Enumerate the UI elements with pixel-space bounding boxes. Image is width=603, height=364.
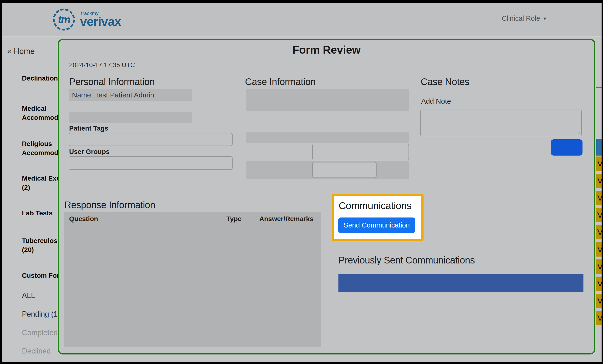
- redacted-block: [246, 89, 409, 111]
- sidebar-item-medical-accommodation[interactable]: Medical Accommodation: [22, 104, 58, 122]
- case-info-select[interactable]: [312, 162, 377, 178]
- sidebar-item-tuberculosis[interactable]: Tuberculosis (20): [22, 236, 58, 254]
- background-blue-row: [596, 139, 602, 156]
- resize-handle-icon[interactable]: [576, 130, 580, 134]
- view-button[interactable]: V: [596, 174, 602, 188]
- sidebar-item-custom-forms[interactable]: Custom Forms: [22, 271, 58, 280]
- background-table-edge: [596, 87, 602, 88]
- view-button[interactable]: V: [596, 242, 602, 257]
- screenshot-frame: tm trackmy. verivax Clinical Role ▾ « Ho…: [0, 0, 603, 364]
- previous-communications-header-bar: [338, 274, 583, 292]
- home-back-link[interactable]: « Home: [7, 47, 35, 56]
- chevron-down-icon: ▾: [544, 15, 546, 22]
- form-review-modal: Form Review 2024-10-17 17:35 UTC Persona…: [58, 39, 595, 354]
- sidebar-item-lab-tests[interactable]: Lab Tests: [22, 209, 58, 218]
- redacted-field: [69, 112, 192, 123]
- response-table: Question Type Answer/Remarks: [64, 212, 321, 347]
- top-navbar: tm trackmy. verivax Clinical Role ▾: [2, 3, 602, 37]
- view-button[interactable]: V: [596, 311, 602, 325]
- app-viewport: tm trackmy. verivax Clinical Role ▾ « Ho…: [2, 3, 602, 362]
- role-dropdown-label: Clinical Role: [502, 14, 540, 23]
- sidebar-filter-completed[interactable]: Completed: [22, 328, 58, 337]
- communications-highlight-box: Communications Send Communication: [332, 194, 424, 241]
- brand-name-text: verivax: [80, 14, 121, 29]
- column-header-type: Type: [226, 215, 242, 223]
- case-info-input[interactable]: [312, 144, 409, 160]
- patient-tags-label: Patient Tags: [69, 125, 108, 132]
- view-button[interactable]: V: [596, 225, 602, 239]
- view-button[interactable]: V: [596, 259, 602, 274]
- add-note-textarea[interactable]: [420, 110, 582, 136]
- patient-name-field: Name: Test Patient Admin: [69, 89, 192, 101]
- sidebar-filter-all[interactable]: ALL: [22, 291, 58, 300]
- case-info-heading: Case Information: [245, 77, 316, 87]
- user-groups-input[interactable]: [69, 156, 233, 170]
- response-info-heading: Response Information: [64, 200, 155, 210]
- background-view-buttons-column: V V V V V V V V V V: [596, 157, 602, 328]
- patient-tags-input[interactable]: [69, 133, 233, 146]
- send-communication-button[interactable]: Send Communication: [338, 217, 415, 233]
- sidebar-filter-pending[interactable]: Pending (1): [22, 310, 58, 319]
- view-button[interactable]: V: [596, 208, 602, 222]
- sidebar-filter-declined[interactable]: Declined: [22, 347, 58, 356]
- sidebar-item-declination[interactable]: Declination: [22, 74, 58, 83]
- column-header-question: Question: [69, 215, 98, 223]
- add-note-label: Add Note: [421, 97, 451, 105]
- sidebar-item-religious-accommodation[interactable]: Religious Accommodation: [22, 139, 58, 158]
- communications-heading: Communications: [339, 200, 412, 212]
- view-button[interactable]: V: [596, 191, 602, 205]
- view-button[interactable]: V: [596, 294, 602, 308]
- previous-communications-heading: Previously Sent Communications: [338, 255, 475, 266]
- form-timestamp: 2024-10-17 17:35 UTC: [69, 61, 135, 69]
- column-header-answer-remarks: Answer/Remarks: [259, 215, 313, 223]
- add-note-submit-button[interactable]: [551, 139, 582, 156]
- redacted-field: [246, 132, 409, 143]
- sidebar-item-medical-exemption[interactable]: Medical Exemption (2): [22, 174, 58, 192]
- view-button[interactable]: V: [596, 277, 602, 291]
- case-notes-heading: Case Notes: [421, 77, 469, 87]
- role-dropdown[interactable]: Clinical Role ▾: [502, 14, 546, 23]
- personal-info-heading: Personal Information: [69, 77, 155, 87]
- brand-monogram[interactable]: tm: [53, 9, 75, 31]
- view-button[interactable]: V: [596, 157, 602, 171]
- user-groups-label: User Groups: [69, 148, 110, 156]
- page-title: Form Review: [59, 43, 594, 56]
